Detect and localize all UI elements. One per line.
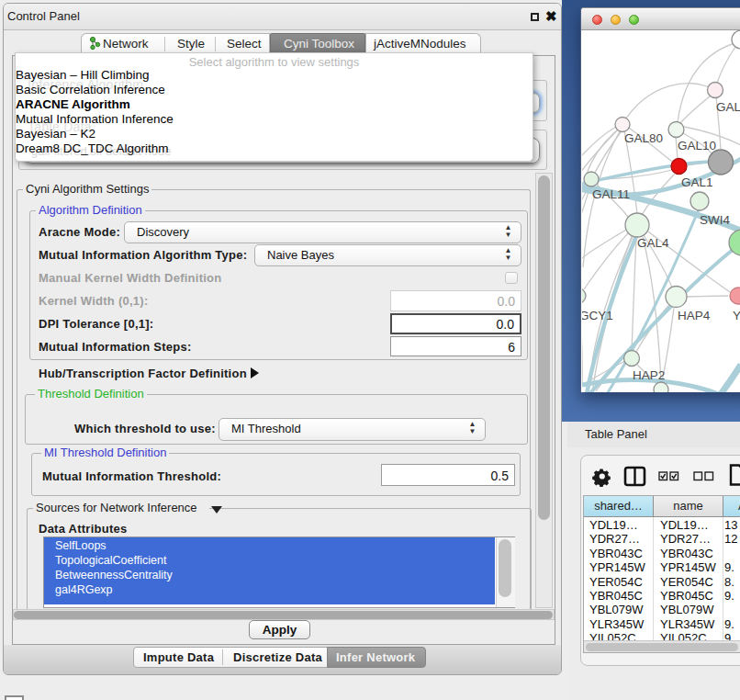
svg-text:HAP4: HAP4 [678, 309, 711, 322]
svg-text:GAL4: GAL4 [637, 236, 669, 250]
svg-text:GAL80: GAL80 [624, 131, 663, 145]
svg-text:Y: Y [733, 309, 740, 322]
svg-text:GAL10: GAL10 [678, 139, 716, 152]
svg-text:GAL11: GAL11 [592, 187, 630, 201]
svg-text:GAL7: GAL7 [716, 100, 740, 114]
svg-text:HAP2: HAP2 [633, 368, 665, 382]
svg-text:SWI4: SWI4 [700, 213, 730, 227]
svg-text:GCY1: GCY1 [582, 309, 613, 322]
svg-text:GAL1: GAL1 [681, 175, 713, 189]
